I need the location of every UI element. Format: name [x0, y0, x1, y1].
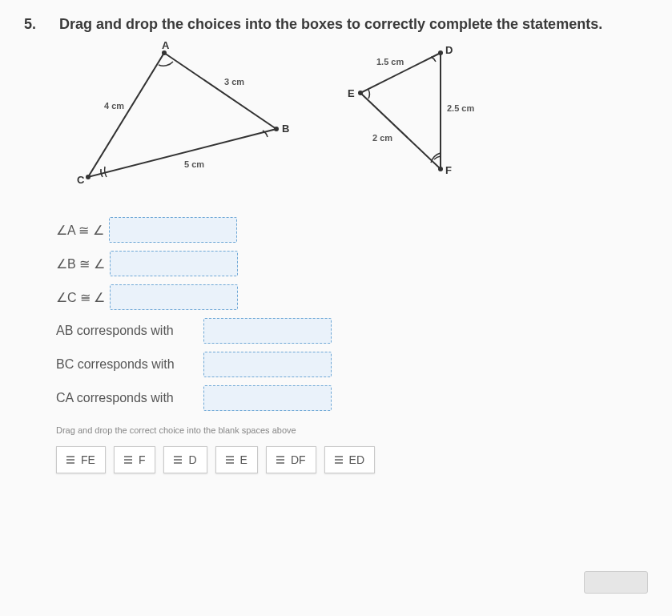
drop-target-side-ca[interactable]	[203, 385, 332, 411]
svg-marker-4	[360, 53, 441, 169]
drop-target-side-ab[interactable]	[203, 318, 332, 344]
statement-side-ca: CA corresponds with	[56, 391, 199, 405]
svg-point-3	[86, 175, 91, 179]
vertex-c-label: C	[77, 174, 85, 186]
svg-point-2	[274, 127, 279, 131]
vertex-f-label: F	[445, 164, 452, 176]
vertex-d-label: D	[445, 44, 453, 56]
choice-fe[interactable]: FE	[56, 446, 106, 473]
svg-point-7	[438, 167, 443, 171]
vertex-a-label: A	[162, 41, 170, 51]
drag-handle-icon	[276, 456, 284, 464]
drop-target-angle-a[interactable]	[109, 217, 237, 243]
drag-handle-icon	[226, 456, 234, 464]
drag-handle-icon	[66, 456, 74, 464]
drag-handle-icon	[174, 456, 182, 464]
choice-f[interactable]: F	[114, 446, 156, 473]
drop-target-side-bc[interactable]	[203, 352, 332, 377]
svg-point-6	[358, 91, 363, 95]
choice-label: E	[240, 453, 247, 466]
choice-df[interactable]: DF	[266, 446, 316, 473]
problem-instruction: Drag and drop the choices into the boxes…	[59, 16, 648, 33]
choice-label: DF	[291, 453, 306, 466]
svg-marker-0	[88, 53, 276, 177]
statement-side-ab: AB corresponds with	[56, 324, 199, 338]
triangle-abc: A B C 4 cm 3 cm 5 cm	[72, 41, 312, 201]
side-ed-label: 1.5 cm	[376, 57, 404, 66]
statement-angle-c: ∠C ≅ ∠	[56, 290, 105, 305]
choice-label: F	[139, 453, 146, 466]
vertex-e-label: E	[348, 87, 355, 99]
side-ef-label: 2 cm	[372, 133, 392, 143]
vertex-b-label: B	[282, 123, 289, 135]
side-df-label: 2.5 cm	[447, 103, 474, 113]
diagram-area: A B C 4 cm 3 cm 5 cm D E F 1.5 cm 2 cm 2…	[72, 41, 648, 201]
drop-target-angle-b[interactable]	[110, 251, 238, 276]
side-ab-label: 3 cm	[224, 77, 244, 87]
side-ac-label: 4 cm	[104, 101, 124, 111]
statement-angle-a: ∠A ≅ ∠	[56, 223, 104, 238]
drag-hint-text: Drag and drop the correct choice into th…	[56, 425, 648, 435]
drop-target-angle-c[interactable]	[110, 284, 238, 310]
drag-handle-icon	[124, 456, 132, 464]
problem-number: 5.	[24, 16, 43, 33]
choice-d[interactable]: D	[163, 446, 207, 473]
statement-side-bc: BC corresponds with	[56, 357, 199, 372]
choices-row: FE F D E DF ED	[56, 446, 648, 473]
choice-e[interactable]: E	[215, 446, 258, 473]
triangle-def: D E F 1.5 cm 2 cm 2.5 cm	[328, 41, 489, 185]
choice-ed[interactable]: ED	[324, 446, 375, 473]
side-cb-label: 5 cm	[184, 159, 204, 169]
drag-handle-icon	[335, 456, 343, 464]
statements-block: ∠A ≅ ∠ ∠B ≅ ∠ ∠C ≅ ∠ AB corresponds with…	[56, 217, 648, 411]
choice-label: D	[188, 453, 196, 466]
choice-label: FE	[81, 453, 95, 466]
footer-button[interactable]	[584, 571, 648, 594]
statement-angle-b: ∠B ≅ ∠	[56, 256, 105, 272]
choice-label: ED	[349, 453, 364, 466]
svg-point-5	[438, 50, 443, 55]
